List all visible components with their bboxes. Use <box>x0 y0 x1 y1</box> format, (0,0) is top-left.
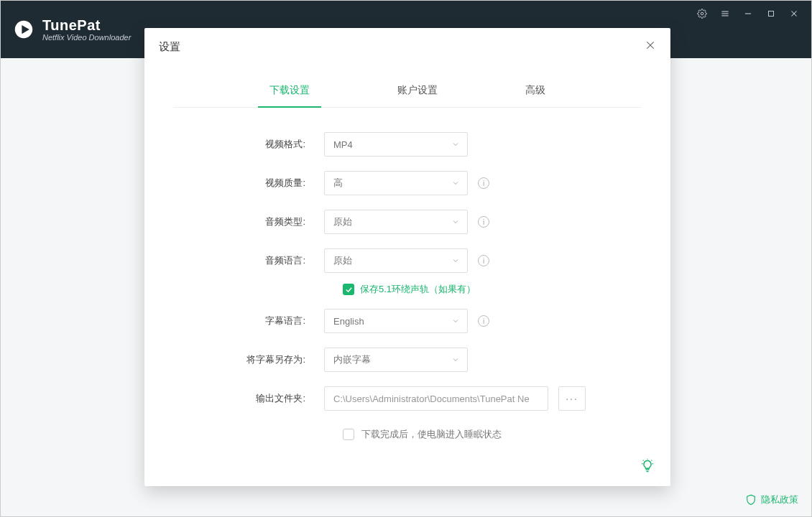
output-folder-input[interactable]: C:\Users\Administrator\Documents\TunePat… <box>324 386 548 411</box>
checkbox-sleep-label: 下载完成后，使电脑进入睡眠状态 <box>361 428 502 441</box>
checkbox-surround[interactable] <box>343 284 354 295</box>
select-video-format[interactable]: MP4 <box>324 132 468 157</box>
menu-icon[interactable] <box>719 8 731 19</box>
select-save-subtitle-as-value: 内嵌字幕 <box>333 353 371 366</box>
select-video-quality[interactable]: 高 <box>324 171 468 195</box>
checkbox-sleep[interactable] <box>343 429 354 440</box>
tab-account-settings[interactable]: 账户设置 <box>393 77 442 107</box>
privacy-link-label: 隐私政策 <box>761 493 798 506</box>
info-icon[interactable]: i <box>478 315 489 327</box>
select-video-quality-value: 高 <box>333 177 343 190</box>
brand: TunePat Netflix Video Downloader <box>14 17 131 42</box>
download-settings-form: 视频格式: MP4 视频质量: 高 i <box>144 108 670 441</box>
tabs: 下载设置 账户设置 高级 <box>173 77 642 108</box>
window-controls <box>685 1 811 27</box>
settings-modal: 设置 下载设置 账户设置 高级 视频格式: MP4 视频质量: <box>144 28 670 486</box>
maximize-button[interactable] <box>765 8 777 19</box>
info-icon[interactable]: i <box>478 255 489 266</box>
select-audio-language[interactable]: 原始 <box>324 248 468 273</box>
label-save-subtitle-as: 将字幕另存为: <box>188 353 324 366</box>
chevron-down-icon <box>451 355 460 364</box>
label-subtitle-language: 字幕语言: <box>188 315 324 327</box>
checkbox-surround-label: 保存5.1环绕声轨（如果有） <box>360 283 476 296</box>
select-audio-language-value: 原始 <box>333 254 352 267</box>
label-video-format: 视频格式: <box>188 138 324 151</box>
close-button[interactable] <box>788 8 800 19</box>
chevron-down-icon <box>451 218 460 226</box>
label-audio-type: 音频类型: <box>188 215 324 228</box>
label-video-quality: 视频质量: <box>188 177 324 190</box>
browse-button[interactable]: ··· <box>558 386 586 411</box>
svg-line-13 <box>643 460 644 461</box>
chevron-down-icon <box>451 317 460 325</box>
tab-download-settings[interactable]: 下载设置 <box>265 77 314 107</box>
info-icon[interactable]: i <box>478 177 489 189</box>
select-audio-type-value: 原始 <box>333 215 352 228</box>
chevron-down-icon <box>451 140 460 149</box>
select-audio-type[interactable]: 原始 <box>324 210 468 234</box>
label-output-folder: 输出文件夹: <box>188 392 324 405</box>
chevron-down-icon <box>451 256 460 265</box>
tab-advanced[interactable]: 高级 <box>521 77 550 107</box>
gear-icon[interactable] <box>696 8 708 19</box>
lightbulb-icon[interactable] <box>640 459 655 473</box>
select-save-subtitle-as[interactable]: 内嵌字幕 <box>324 348 468 372</box>
modal-header: 设置 <box>144 28 670 65</box>
output-folder-value: C:\Users\Administrator\Documents\TunePat… <box>333 393 530 404</box>
minimize-button[interactable] <box>742 8 754 19</box>
close-icon[interactable] <box>645 39 659 54</box>
svg-rect-5 <box>769 11 774 17</box>
svg-point-0 <box>701 12 703 15</box>
select-subtitle-language-value: English <box>333 316 364 327</box>
svg-line-14 <box>651 460 652 461</box>
brand-title: TunePat <box>42 17 131 33</box>
privacy-link[interactable]: 隐私政策 <box>745 493 798 506</box>
chevron-down-icon <box>451 179 460 187</box>
label-audio-language: 音频语言: <box>188 254 324 267</box>
brand-logo-icon <box>14 19 34 39</box>
select-subtitle-language[interactable]: English <box>324 309 468 333</box>
modal-title: 设置 <box>159 40 180 54</box>
select-video-format-value: MP4 <box>333 139 353 150</box>
info-icon[interactable]: i <box>478 216 489 228</box>
brand-subtitle: Netflix Video Downloader <box>42 33 131 42</box>
